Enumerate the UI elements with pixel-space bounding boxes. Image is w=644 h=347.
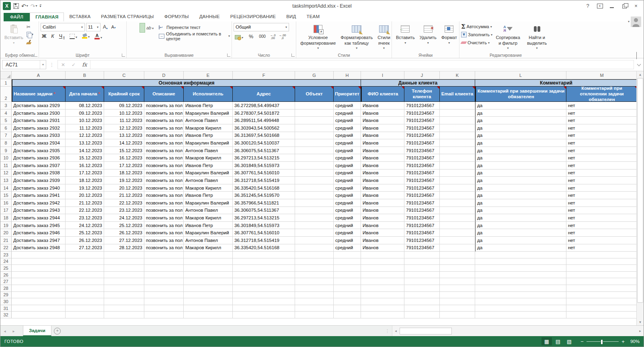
cell[interactable]: [295, 132, 334, 140]
cell[interactable]: Доставить заказ 2941: [12, 192, 66, 199]
cell[interactable]: [334, 292, 361, 299]
cell[interactable]: 36.306075,54.511367: [233, 147, 295, 155]
cell[interactable]: средний: [334, 214, 361, 222]
fill-color-button[interactable]: ▾: [81, 34, 91, 39]
cell[interactable]: нет: [566, 237, 636, 244]
cell[interactable]: [475, 265, 566, 272]
cell[interactable]: [440, 292, 475, 299]
cell[interactable]: [440, 199, 475, 207]
cell[interactable]: 79101234567: [404, 222, 440, 229]
cell[interactable]: да: [475, 117, 566, 124]
row-header[interactable]: 21: [0, 237, 12, 244]
cell[interactable]: [295, 139, 334, 147]
cell[interactable]: 15.12.2023: [66, 154, 104, 162]
cell[interactable]: [295, 278, 334, 285]
cell[interactable]: [475, 258, 566, 265]
cell[interactable]: [104, 272, 144, 279]
cell[interactable]: 36.357966,54.511821: [233, 199, 295, 207]
cell[interactable]: [295, 252, 334, 258]
cell[interactable]: 36.278307,54.501872: [233, 109, 295, 117]
cell[interactable]: Доставить заказ 2936: [12, 154, 66, 162]
cell[interactable]: 13.12.2023: [66, 139, 104, 147]
cell[interactable]: нет: [566, 154, 636, 162]
hscroll-splitter[interactable]: ⋮: [383, 326, 392, 336]
cell[interactable]: [440, 177, 475, 184]
cell[interactable]: позвонить за пол: [144, 192, 184, 199]
cancel-entry-button[interactable]: ✕: [58, 62, 68, 68]
cell[interactable]: 10.12.2023: [104, 109, 144, 117]
cell[interactable]: [361, 298, 404, 305]
ribbon-display-options-button[interactable]: ▴: [595, 2, 605, 10]
fill-button[interactable]: ▼Заполнить▾: [461, 31, 492, 39]
insert-function-button[interactable]: fx: [79, 62, 90, 68]
row-header[interactable]: 6: [0, 124, 12, 132]
cell[interactable]: средний: [334, 199, 361, 207]
cell[interactable]: позвонить за пол: [144, 177, 184, 184]
cell[interactable]: средний: [334, 244, 361, 252]
cell[interactable]: 36.301849,54.515973: [233, 162, 295, 169]
row-header[interactable]: 3: [0, 102, 12, 109]
cell[interactable]: [475, 278, 566, 285]
column-header[interactable]: D: [144, 71, 184, 79]
cell[interactable]: Маракулин Валерий: [184, 229, 233, 237]
cell[interactable]: 79101234567: [404, 139, 440, 147]
cell[interactable]: средний: [334, 162, 361, 169]
cell[interactable]: позвонить за пол: [144, 244, 184, 252]
cell[interactable]: Доставить заказ 2935: [12, 147, 66, 155]
cell[interactable]: средний: [334, 207, 361, 215]
cell[interactable]: [104, 252, 144, 258]
cell[interactable]: [440, 207, 475, 215]
cell[interactable]: [566, 278, 636, 285]
cell[interactable]: нет: [566, 117, 636, 124]
cell[interactable]: [404, 272, 440, 279]
cell[interactable]: Иванов Петр: [184, 162, 233, 169]
decrease-decimal-button[interactable]: →.00,0: [279, 34, 286, 39]
column-header[interactable]: L: [475, 71, 566, 79]
cell[interactable]: [295, 312, 334, 318]
increase-decimal-button[interactable]: ←.0,00: [270, 34, 276, 39]
cell[interactable]: [440, 278, 475, 285]
cell[interactable]: Иванов: [361, 102, 404, 109]
cell[interactable]: 16.12.2023: [104, 154, 144, 162]
cell[interactable]: [404, 252, 440, 258]
cell[interactable]: [440, 229, 475, 237]
cell[interactable]: да: [475, 109, 566, 117]
field-header[interactable]: Исполнитель: [184, 87, 233, 102]
delete-cells-button[interactable]: × Удалить▾: [417, 23, 439, 46]
cell[interactable]: [361, 278, 404, 285]
cell[interactable]: 08.12.2023: [66, 102, 104, 109]
insert-cells-button[interactable]: ← Вставить▾: [394, 23, 417, 46]
cell[interactable]: 17.12.2023: [66, 169, 104, 177]
cell[interactable]: [475, 312, 566, 318]
cell[interactable]: [440, 305, 475, 312]
cell[interactable]: [295, 117, 334, 124]
cell[interactable]: 79101234567: [404, 109, 440, 117]
cell[interactable]: Доставить заказ 2946: [12, 229, 66, 237]
cell[interactable]: Иванов: [361, 162, 404, 169]
cell[interactable]: 22.12.2023: [66, 207, 104, 215]
cell[interactable]: нет: [566, 169, 636, 177]
cell[interactable]: [440, 124, 475, 132]
cell[interactable]: да: [475, 102, 566, 109]
row-header[interactable]: 5: [0, 117, 12, 124]
cell[interactable]: 25.12.2023: [66, 229, 104, 237]
column-header[interactable]: B: [66, 71, 104, 79]
cell[interactable]: 23.12.2023: [66, 214, 104, 222]
column-header[interactable]: C: [104, 71, 144, 79]
italic-button[interactable]: К: [50, 33, 55, 39]
cell[interactable]: позвонить за пол: [144, 109, 184, 117]
cell[interactable]: [361, 272, 404, 279]
cell[interactable]: [233, 285, 295, 292]
cell[interactable]: позвонить за пол: [144, 117, 184, 124]
field-header[interactable]: Комментарий при отклонении задачи обязат…: [566, 87, 636, 102]
cell[interactable]: 20.12.2023: [66, 192, 104, 199]
cell[interactable]: 10.12.2023: [66, 117, 104, 124]
cell[interactable]: 24.12.2023: [104, 214, 144, 222]
cell[interactable]: [440, 237, 475, 244]
tab-file[interactable]: ФАЙЛ: [4, 13, 30, 21]
cell[interactable]: [475, 292, 566, 299]
cell[interactable]: [334, 305, 361, 312]
cell[interactable]: [440, 117, 475, 124]
cell[interactable]: позвонить за пол: [144, 162, 184, 169]
cell[interactable]: [440, 265, 475, 272]
